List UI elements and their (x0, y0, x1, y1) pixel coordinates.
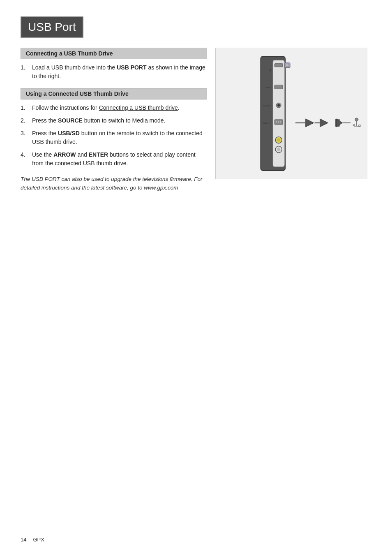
step-text: Press the SOURCE button to switch to Med… (32, 116, 207, 125)
section1-steps: 1. Load a USB thumb drive into the USB P… (21, 63, 207, 81)
section2-steps: 1. Follow the instructions for Connectin… (21, 104, 207, 168)
step-number: 1. (21, 104, 32, 112)
page-wrapper: USB Port Connecting a USB Thumb Drive 1.… (0, 0, 392, 217)
svg-rect-12 (274, 120, 283, 125)
step-text: Follow the instructions for Connecting a… (32, 104, 207, 112)
step-number: 1. (21, 63, 32, 72)
svg-text:USB: USB (269, 69, 271, 72)
svg-text:HDMI: HDMI (266, 86, 270, 88)
usb-port-bold: USB PORT (117, 64, 146, 71)
tv-diagram: USB HDMI PC AUDIO (215, 48, 367, 179)
tv-illustration: USB HDMI PC AUDIO (216, 48, 367, 179)
svg-point-18 (280, 123, 281, 123)
usbsd-bold: USB/SD (58, 130, 80, 136)
footer-page-number: 14 (21, 536, 26, 543)
page-title-banner: USB Port (21, 16, 83, 38)
svg-rect-6 (286, 64, 288, 67)
svg-point-10 (277, 104, 280, 106)
svg-point-31 (355, 118, 358, 121)
arrow-bold: ARROW (53, 151, 76, 158)
list-item: 3. Press the USB/SD button on the remote… (21, 129, 207, 146)
svg-rect-3 (274, 64, 283, 67)
step-number: 3. (21, 129, 32, 138)
svg-text:VGA/PC IN: VGA/PC IN (262, 122, 270, 124)
note-paragraph: The USB PORT can also be used to upgrade… (21, 175, 207, 192)
right-column: USB HDMI PC AUDIO (215, 48, 371, 179)
left-column: Connecting a USB Thumb Drive 1. Load a U… (21, 48, 207, 192)
svg-rect-7 (274, 85, 283, 89)
list-item: 2. Press the SOURCE button to switch to … (21, 116, 207, 125)
connecting-link[interactable]: Connecting a USB thumb drive (99, 104, 178, 111)
step-text: Load a USB thumb drive into the USB PORT… (32, 63, 207, 81)
svg-point-21 (277, 139, 280, 142)
footer-brand: GPX (33, 536, 44, 543)
enter-bold: ENTER (89, 151, 108, 158)
step-number: 2. (21, 116, 32, 125)
svg-point-16 (276, 123, 277, 123)
svg-point-15 (280, 121, 281, 122)
svg-point-14 (278, 121, 279, 122)
list-item: 1. Load a USB thumb drive into the USB P… (21, 63, 207, 81)
step-number: 4. (21, 150, 32, 159)
section2-header: Using a Connected USB Thumb Drive (21, 88, 207, 99)
svg-point-13 (276, 121, 277, 122)
svg-text:PC AUDIO: PC AUDIO (263, 105, 270, 107)
section1-header: Connecting a USB Thumb Drive (21, 48, 207, 59)
main-content: Connecting a USB Thumb Drive 1. Load a U… (21, 48, 371, 192)
step-text: Press the USB/SD button on the remote to… (32, 129, 207, 146)
page-footer: 14 GPX (21, 533, 371, 543)
svg-rect-0 (216, 48, 367, 179)
svg-point-23 (277, 148, 280, 151)
source-bold: SOURCE (58, 117, 83, 124)
svg-point-17 (278, 123, 279, 123)
list-item: 1. Follow the instructions for Connectin… (21, 104, 207, 112)
step-text: Use the ARROW and ENTER buttons to selec… (32, 150, 207, 168)
page-title: USB Port (28, 21, 76, 33)
list-item: 4. Use the ARROW and ENTER buttons to se… (21, 150, 207, 168)
